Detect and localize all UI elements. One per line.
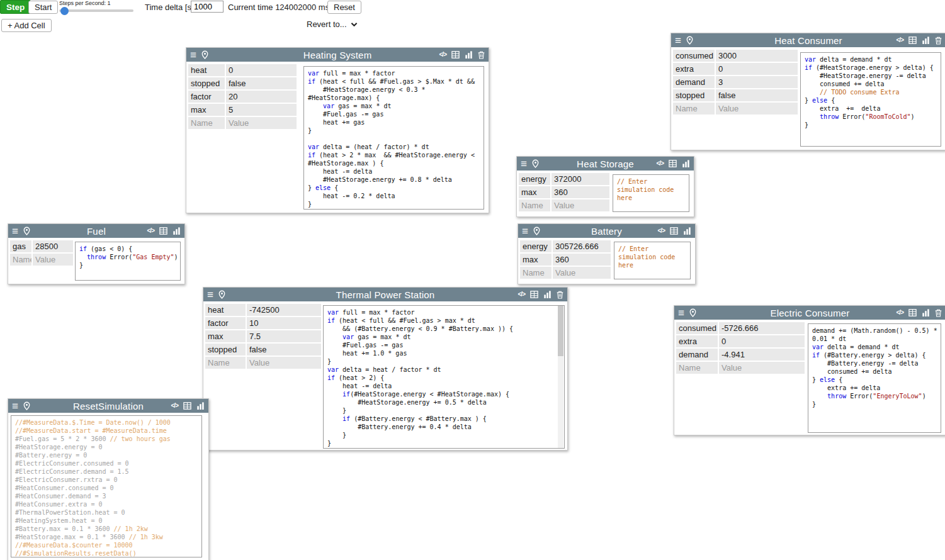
attr-value-cell[interactable]: 10 <box>247 317 321 329</box>
code-view-icon[interactable]: </> <box>658 228 665 234</box>
reset-button[interactable]: Reset <box>327 1 361 14</box>
attr-name-placeholder[interactable]: Name <box>10 254 31 266</box>
menu-icon[interactable]: ≡ <box>675 35 681 46</box>
menu-icon[interactable]: ≡ <box>207 289 213 300</box>
attr-value-cell[interactable]: false <box>226 77 297 89</box>
code-editor[interactable]: // Enter simulation code here <box>613 174 689 212</box>
attr-name-cell[interactable]: demand <box>676 349 718 361</box>
attr-name-placeholder[interactable]: Name <box>188 117 225 129</box>
attr-value-placeholder[interactable]: Value <box>247 357 321 369</box>
code-editor[interactable]: var delta = demand * dtif (#HeatStorage.… <box>800 52 941 147</box>
attr-name-cell[interactable]: stopped <box>188 77 225 89</box>
attr-name-cell[interactable]: max <box>188 104 225 116</box>
attr-value-placeholder[interactable]: Value <box>716 103 798 115</box>
step-button[interactable]: Step <box>0 0 31 14</box>
attr-value-placeholder[interactable]: Value <box>552 199 609 211</box>
chart-view-icon[interactable] <box>173 227 181 235</box>
table-view-icon[interactable] <box>908 309 917 316</box>
pin-icon[interactable] <box>532 159 539 168</box>
table-view-icon[interactable] <box>183 402 191 410</box>
menu-icon[interactable]: ≡ <box>678 308 684 318</box>
attr-value-placeholder[interactable]: Value <box>719 362 805 374</box>
attr-name-cell[interactable]: consumed <box>676 322 718 334</box>
start-button[interactable]: Start <box>28 1 58 14</box>
pin-icon[interactable] <box>689 308 696 317</box>
attr-name-cell[interactable]: energy <box>520 240 552 252</box>
code-scrollbar[interactable] <box>558 306 563 448</box>
chart-view-icon[interactable] <box>682 160 690 167</box>
attr-name-cell[interactable]: extra <box>673 63 715 75</box>
pin-icon[interactable] <box>201 50 208 59</box>
attr-value-cell[interactable]: 360 <box>552 186 609 198</box>
attr-value-cell[interactable]: 0 <box>719 335 805 347</box>
code-editor[interactable]: if (gas < 0) { throw Error("Gas Empty")} <box>75 242 181 281</box>
scrollbar-thumb[interactable] <box>558 306 563 356</box>
attr-value-placeholder[interactable]: Value <box>33 254 73 266</box>
attr-value-cell[interactable]: -742500 <box>247 304 321 316</box>
steps-per-second-slider[interactable] <box>59 7 133 15</box>
menu-icon[interactable]: ≡ <box>522 226 528 237</box>
card-header[interactable]: ≡ Electric Consumer </> <box>674 306 945 320</box>
card-header[interactable]: ≡ Thermal Power Station </> <box>203 288 567 301</box>
attr-value-cell[interactable]: 0 <box>716 63 798 75</box>
code-editor[interactable]: var full = max * factorif (heat < full &… <box>303 66 484 210</box>
card-header[interactable]: ≡ Battery </> <box>518 224 695 238</box>
revert-dropdown[interactable]: Revert to... <box>307 20 358 29</box>
card-header[interactable]: ≡ Heating System </> <box>186 48 489 62</box>
attr-value-placeholder[interactable]: Value <box>553 267 611 279</box>
attr-name-cell[interactable]: stopped <box>673 89 715 101</box>
attr-name-cell[interactable]: energy <box>519 173 550 185</box>
time-delta-input[interactable] <box>191 1 224 13</box>
menu-icon[interactable]: ≡ <box>190 50 196 60</box>
attr-value-cell[interactable]: 305726.666 <box>553 240 611 252</box>
card-header[interactable]: ≡ Heat Consumer </> <box>671 33 945 47</box>
attr-name-cell[interactable]: factor <box>188 91 225 103</box>
code-editor[interactable]: var full = max * factorif (heat < full &… <box>323 305 565 449</box>
attr-name-cell[interactable]: max <box>520 254 552 266</box>
code-view-icon[interactable]: </> <box>518 291 525 298</box>
attr-name-placeholder[interactable]: Name <box>205 357 246 369</box>
attr-name-cell[interactable]: stopped <box>205 344 246 356</box>
code-view-icon[interactable]: </> <box>657 160 664 167</box>
attr-name-placeholder[interactable]: Name <box>520 267 552 279</box>
attr-name-cell[interactable]: consumed <box>673 50 715 62</box>
chart-view-icon[interactable] <box>922 309 930 316</box>
chart-view-icon[interactable] <box>543 291 552 298</box>
pin-icon[interactable] <box>23 227 30 235</box>
menu-icon[interactable]: ≡ <box>12 401 18 412</box>
attr-value-cell[interactable]: 5 <box>226 104 297 116</box>
attr-value-cell[interactable]: 372000 <box>552 173 609 185</box>
attr-name-cell[interactable]: factor <box>205 317 246 329</box>
pin-icon[interactable] <box>533 227 540 235</box>
code-view-icon[interactable]: </> <box>897 37 903 43</box>
chart-view-icon[interactable] <box>683 227 691 235</box>
pin-icon[interactable] <box>686 36 693 45</box>
code-view-icon[interactable]: </> <box>897 310 903 316</box>
table-view-icon[interactable] <box>451 51 460 59</box>
attr-name-cell[interactable]: demand <box>673 76 715 88</box>
attr-value-cell[interactable]: -4.941 <box>719 349 805 361</box>
table-view-icon[interactable] <box>908 36 917 44</box>
attr-name-cell[interactable]: gas <box>10 240 31 252</box>
attr-value-cell[interactable]: 20 <box>226 91 297 103</box>
attr-value-cell[interactable]: 7.5 <box>247 330 321 342</box>
attr-name-placeholder[interactable]: Name <box>519 199 550 211</box>
pin-icon[interactable] <box>218 290 225 299</box>
delete-icon[interactable] <box>935 36 942 45</box>
chart-view-icon[interactable] <box>922 36 930 44</box>
attr-value-cell[interactable]: 3000 <box>716 50 798 62</box>
attr-name-cell[interactable]: heat <box>205 304 246 316</box>
attr-name-cell[interactable]: heat <box>188 64 225 76</box>
attr-value-cell[interactable]: 360 <box>553 254 611 266</box>
code-view-icon[interactable]: </> <box>171 403 178 409</box>
card-header[interactable]: ≡ ResetSimulation </> <box>8 399 208 413</box>
table-view-icon[interactable] <box>670 227 678 235</box>
menu-icon[interactable]: ≡ <box>12 226 18 237</box>
delete-icon[interactable] <box>478 51 485 59</box>
menu-icon[interactable]: ≡ <box>521 159 527 169</box>
add-cell-button[interactable]: + Add Cell <box>1 19 52 32</box>
code-editor[interactable]: // Enter simulation code here <box>614 242 691 279</box>
chart-view-icon[interactable] <box>465 51 473 59</box>
attr-value-cell[interactable]: 3 <box>716 76 798 88</box>
attr-name-placeholder[interactable]: Name <box>676 362 718 374</box>
